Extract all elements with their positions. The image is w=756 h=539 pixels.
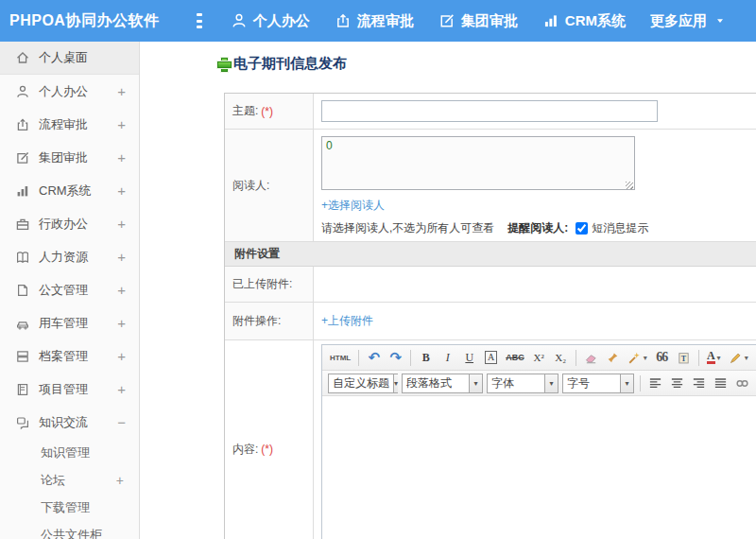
sidebar-subitem-forum[interactable]: 论坛+ (0, 466, 139, 494)
superscript-icon: X² (534, 352, 544, 363)
sms-remind-label: 短消息提示 (592, 220, 648, 236)
nav-item-crm-system[interactable]: CRM系统 (542, 12, 626, 30)
sidebar-subitem-download-management[interactable]: 下载管理 (0, 494, 139, 521)
redo-button[interactable]: ↷ (386, 348, 405, 368)
expand-plus-icon[interactable]: + (117, 282, 126, 298)
app-logo: PHPOA协同办公软件 (0, 11, 142, 31)
justify-center-button[interactable] (667, 374, 687, 393)
caret-down-icon[interactable]: ▾ (469, 374, 482, 392)
auto-typeset-button[interactable]: ▾ (625, 348, 650, 368)
font-border-button[interactable]: A (481, 348, 501, 368)
hamburger-icon[interactable] (197, 13, 202, 28)
attachment-ops-row: 附件操作: +上传附件 (225, 303, 756, 340)
format-brush-button[interactable] (603, 348, 623, 368)
nav-item-personal-office[interactable]: 个人办公 (231, 12, 310, 30)
subscript-button[interactable]: X₂ (551, 348, 571, 368)
sidebar-subitem-knowledge-management[interactable]: 知识管理 (0, 439, 139, 466)
sidebar-item-label: 个人办公 (39, 83, 117, 100)
person-icon (231, 12, 248, 29)
sidebar-item-label: 档案管理 (39, 348, 117, 365)
custom-title-select[interactable]: 自定义标题▾ (328, 374, 398, 393)
sidebar-item-workflow-approval[interactable]: 流程审批+ (0, 108, 139, 141)
caret-down-icon[interactable]: ▾ (644, 354, 647, 362)
sms-remind-checkbox[interactable] (576, 222, 588, 235)
person-icon (15, 84, 30, 99)
superscript-button[interactable]: X² (529, 348, 549, 368)
sidebar-item-vehicle-management[interactable]: 用车管理+ (0, 306, 139, 339)
font-color-icon: A (707, 351, 715, 364)
blockquote-button[interactable]: 66 (652, 348, 672, 368)
expand-plus-icon[interactable]: + (117, 348, 126, 364)
caret-down-icon[interactable]: ▾ (544, 374, 558, 392)
toolbar-separator (576, 350, 576, 366)
sidebar-item-personal-office[interactable]: 个人办公+ (0, 75, 139, 108)
expand-plus-icon[interactable]: + (117, 83, 126, 99)
sidebar-item-group-approval[interactable]: 集团审批+ (0, 141, 139, 174)
caret-down-icon[interactable]: ▾ (717, 354, 721, 362)
font-size-select[interactable]: 字号▾ (562, 374, 634, 393)
sidebar-item-label: CRM系统 (39, 183, 117, 200)
bold-button[interactable]: B (416, 348, 436, 368)
nav-item-workflow-approval[interactable]: 流程审批 (335, 12, 414, 30)
expand-plus-icon[interactable]: + (117, 183, 126, 199)
subject-label: 主题: (232, 103, 258, 119)
expand-plus-icon[interactable]: + (117, 216, 126, 232)
italic-button[interactable]: I (438, 348, 457, 368)
paste-text-button[interactable]: T (674, 348, 694, 368)
reader-textarea[interactable]: 0 (321, 136, 635, 190)
justify-right-button[interactable] (689, 374, 709, 393)
required-mark: (*) (261, 105, 273, 118)
collapse-minus-icon[interactable]: − (117, 414, 126, 430)
undo-button[interactable]: ↶ (364, 348, 384, 368)
sidebar-item-archive-management[interactable]: 档案管理+ (0, 339, 139, 373)
strikethrough-button[interactable]: ABC (503, 348, 527, 368)
expand-plus-icon[interactable]: + (116, 473, 124, 488)
sidebar-item-human-resources[interactable]: 人力资源+ (0, 240, 139, 273)
nav-item-group-approval[interactable]: 集团审批 (438, 12, 518, 30)
justify-left-button[interactable] (645, 374, 665, 393)
justify-block-button[interactable] (711, 374, 730, 393)
doc-icon (15, 283, 30, 298)
font-family-select[interactable]: 字体▾ (487, 374, 558, 393)
sidebar-item-personal-desktop[interactable]: 个人桌面 (0, 42, 139, 75)
sidebar-item-crm-system[interactable]: CRM系统+ (0, 174, 139, 207)
expand-plus-icon[interactable]: + (117, 116, 126, 132)
sidebar-item-project-management[interactable]: 项目管理+ (0, 373, 139, 406)
sidebar-subitem-public-file-cabinet[interactable]: 公共文件柜 (0, 521, 139, 539)
nav-item-more-apps[interactable]: 更多应用 (650, 12, 731, 30)
eraser-button[interactable] (581, 348, 601, 368)
font-border-icon: A (485, 351, 497, 364)
upload-attachment-link[interactable]: +上传附件 (321, 313, 373, 329)
expand-plus-icon[interactable]: + (117, 315, 126, 331)
svg-text:T: T (681, 354, 687, 362)
html-source-button[interactable]: HTML (327, 348, 353, 368)
select-reader-link[interactable]: +选择阅读人 (321, 199, 385, 212)
caret-down-icon[interactable]: ▾ (745, 354, 748, 362)
sidebar-item-knowledge-exchange[interactable]: 知识交流− (0, 406, 139, 439)
sidebar-item-document-management[interactable]: 公文管理+ (0, 273, 139, 306)
top-nav: 个人办公流程审批集团审批CRM系统更多应用 (231, 12, 756, 30)
expand-plus-icon[interactable]: + (117, 149, 126, 165)
blockquote-icon: 66 (656, 350, 667, 365)
underline-icon: U (465, 351, 473, 365)
expand-plus-icon[interactable]: + (117, 381, 126, 397)
sidebar: 个人桌面个人办公+流程审批+集团审批+CRM系统+行政办公+人力资源+公文管理+… (0, 42, 140, 539)
caret-down-icon[interactable]: ▾ (393, 374, 398, 392)
expand-plus-icon[interactable]: + (117, 249, 126, 265)
chart-icon (542, 12, 559, 29)
paragraph-select[interactable]: 段落格式▾ (402, 374, 483, 393)
link-button[interactable] (732, 374, 752, 393)
subject-input[interactable] (321, 100, 658, 122)
reader-row: 阅读人: 0 +选择阅读人 请选择阅读人,不选为所有人可查看 提醒阅读人: 短消… (225, 130, 756, 242)
eraser-icon (584, 351, 598, 365)
sidebar-item-label: 知识交流 (39, 414, 117, 431)
caret-down-icon[interactable]: ▾ (620, 374, 633, 392)
plus-icon (216, 57, 231, 71)
underline-button[interactable]: U (459, 348, 479, 368)
sidebar-item-admin-office[interactable]: 行政办公+ (0, 207, 139, 240)
editor-content-area[interactable] (322, 396, 756, 539)
font-color-button[interactable]: A▾ (704, 348, 724, 368)
sidebar-subitem-label: 知识管理 (41, 444, 124, 461)
subscript-icon: X₂ (555, 352, 566, 363)
highlight-button[interactable]: ▾ (726, 348, 751, 368)
